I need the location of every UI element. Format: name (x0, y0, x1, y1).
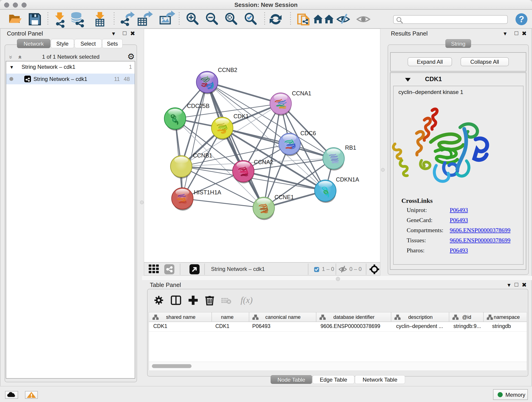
svg-text:CDKN1A: CDKN1A (336, 176, 359, 183)
svg-text:CCNA1: CCNA1 (292, 90, 311, 96)
svg-text:CDK1: CDK1 (234, 113, 249, 119)
svg-text:CDC25B: CDC25B (187, 103, 210, 109)
svg-text:RB1: RB1 (345, 144, 356, 151)
svg-text:CCNA2: CCNA2 (254, 159, 273, 165)
svg-text:?: ? (519, 14, 524, 24)
svg-text:f(x): f(x) (241, 295, 253, 305)
svg-text:CDC6: CDC6 (300, 130, 316, 136)
svg-text:CCNB2: CCNB2 (218, 67, 237, 73)
svg-text:CCNB1: CCNB1 (193, 152, 212, 159)
svg-text:CCNE1: CCNE1 (274, 194, 294, 200)
svg-text:HIST1H1A: HIST1H1A (194, 189, 221, 196)
